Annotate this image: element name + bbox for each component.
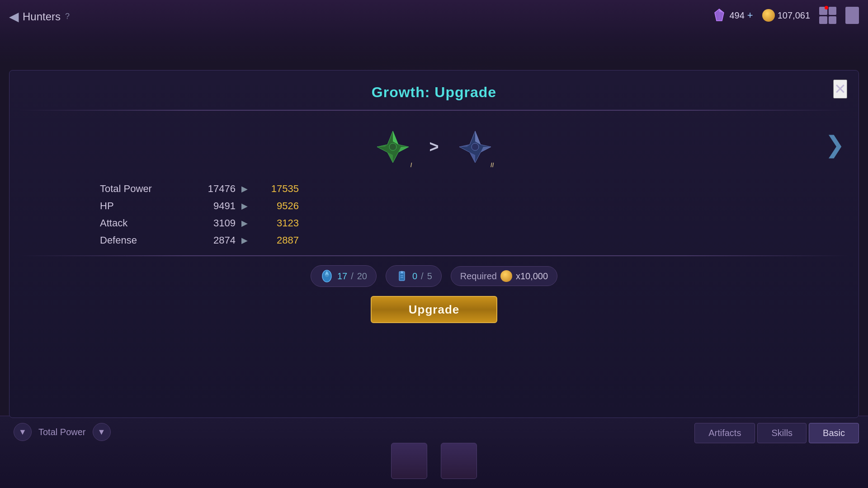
upgrade-button[interactable]: Upgrade — [371, 296, 497, 323]
sort-dropdown-button[interactable]: ▼ — [93, 423, 111, 441]
top-right-controls: 494 + 107,061 — [712, 7, 859, 24]
resource-1-icon — [320, 269, 334, 283]
growth-upgrade-modal: Growth: Upgrade ✕ I > — [9, 70, 859, 418]
required-coin-icon — [500, 270, 512, 282]
hunter-thumb-1[interactable] — [391, 443, 427, 479]
coin-currency: 107,061 — [762, 9, 810, 22]
attack-current: 3109 — [190, 217, 236, 229]
back-button[interactable]: ◀ Hunters ? — [9, 9, 70, 24]
modal-next-button[interactable]: ❯ — [825, 131, 845, 158]
defense-label: Defense — [100, 235, 190, 246]
attack-label: Attack — [100, 217, 190, 229]
defense-arrow: ▶ — [236, 235, 254, 245]
close-button[interactable]: ✕ — [833, 80, 847, 99]
top-bar: ◀ Hunters ? 494 + 107,061 — [0, 0, 868, 63]
hunter-thumb-2[interactable] — [441, 443, 477, 479]
resource1-current: 17 — [337, 271, 347, 282]
resource1-separator: / — [351, 271, 354, 282]
sort-label: Total Power — [38, 427, 86, 437]
comparison-area: I > II ❯ — [9, 111, 859, 178]
book-icon-button[interactable] — [845, 7, 859, 24]
svg-rect-21 — [401, 277, 403, 278]
resource1-svg-icon — [321, 270, 333, 282]
grid-cell-1 — [819, 7, 827, 15]
resource1-max: 20 — [357, 271, 367, 282]
stats-area: Total Power 17476 ▶ 17535 HP 9491 ▶ 9526… — [9, 178, 859, 255]
defense-new: 2887 — [254, 235, 299, 246]
hp-current: 9491 — [190, 200, 236, 212]
char-next: II — [453, 124, 498, 169]
shuriken-blue-icon — [457, 129, 493, 165]
bottom-bar: ▼ Total Power ▼ Artifacts Skills Basic — [0, 416, 868, 488]
required-amount: x10,000 — [516, 271, 548, 282]
grid-cell-3 — [819, 16, 827, 24]
hp-arrow: ▶ — [236, 201, 254, 211]
resource-bar: 17 / 20 0 / 5 Required x10,000 — [9, 256, 859, 296]
total-power-arrow: ▶ — [236, 184, 254, 194]
help-icon[interactable]: ? — [65, 12, 70, 21]
comparison-arrow: > — [429, 137, 439, 156]
hp-label: HP — [100, 200, 190, 212]
crystal-currency: 494 + — [712, 8, 753, 23]
svg-rect-20 — [401, 275, 403, 276]
hunter-icon-row — [0, 443, 868, 479]
attack-new: 3123 — [254, 217, 299, 229]
crystal-plus-button[interactable]: + — [747, 9, 753, 21]
total-power-current: 17476 — [190, 183, 236, 195]
total-power-label: Total Power — [100, 183, 190, 195]
grid-cell-2 — [829, 7, 837, 15]
shuriken-green-icon — [375, 129, 411, 165]
stat-row-hp: HP 9491 ▶ 9526 — [100, 200, 768, 212]
coin-count: 107,061 — [778, 10, 810, 21]
grid-cell-4 — [829, 16, 837, 24]
sort-down-button[interactable]: ▼ — [14, 423, 32, 441]
tab-basic[interactable]: Basic — [809, 423, 859, 443]
stat-row-attack: Attack 3109 ▶ 3123 — [100, 217, 768, 229]
total-power-new: 17535 — [254, 183, 299, 195]
tab-area: Artifacts Skills Basic — [694, 423, 859, 443]
grid-menu-button[interactable] — [819, 7, 836, 24]
tab-skills[interactable]: Skills — [757, 423, 807, 443]
resource2-svg-icon — [396, 270, 408, 282]
back-arrow-icon: ◀ — [9, 9, 19, 24]
required-pill: Required x10,000 — [451, 266, 557, 286]
required-label: Required — [460, 271, 497, 282]
crystal-icon — [712, 8, 726, 23]
resource-1-pill: 17 / 20 — [311, 265, 377, 287]
resource-2-pill: 0 / 5 — [386, 265, 442, 287]
sort-dropdown-icon: ▼ — [98, 427, 106, 437]
resource2-max: 5 — [427, 271, 432, 282]
attack-arrow: ▶ — [236, 218, 254, 228]
sort-down-icon: ▼ — [19, 427, 27, 437]
svg-point-14 — [472, 143, 479, 150]
resource-2-icon — [395, 269, 409, 283]
nav-title: Hunters — [23, 10, 61, 23]
char-current: I — [370, 124, 415, 169]
tab-artifacts[interactable]: Artifacts — [694, 423, 755, 443]
resource2-separator: / — [421, 271, 424, 282]
rank-current-label: I — [410, 161, 412, 169]
defense-current: 2874 — [190, 235, 236, 246]
sort-controls: ▼ Total Power ▼ — [0, 423, 111, 441]
coin-gem-icon — [762, 9, 775, 22]
svg-point-8 — [389, 143, 396, 150]
modal-title: Growth: Upgrade — [9, 70, 859, 110]
stat-row-defense: Defense 2874 ▶ 2887 — [100, 235, 768, 246]
hp-new: 9526 — [254, 200, 299, 212]
stat-row-total-power: Total Power 17476 ▶ 17535 — [100, 183, 768, 195]
rank-next-label: II — [491, 161, 494, 169]
resource2-current: 0 — [412, 271, 417, 282]
crystal-count: 494 — [729, 10, 744, 21]
